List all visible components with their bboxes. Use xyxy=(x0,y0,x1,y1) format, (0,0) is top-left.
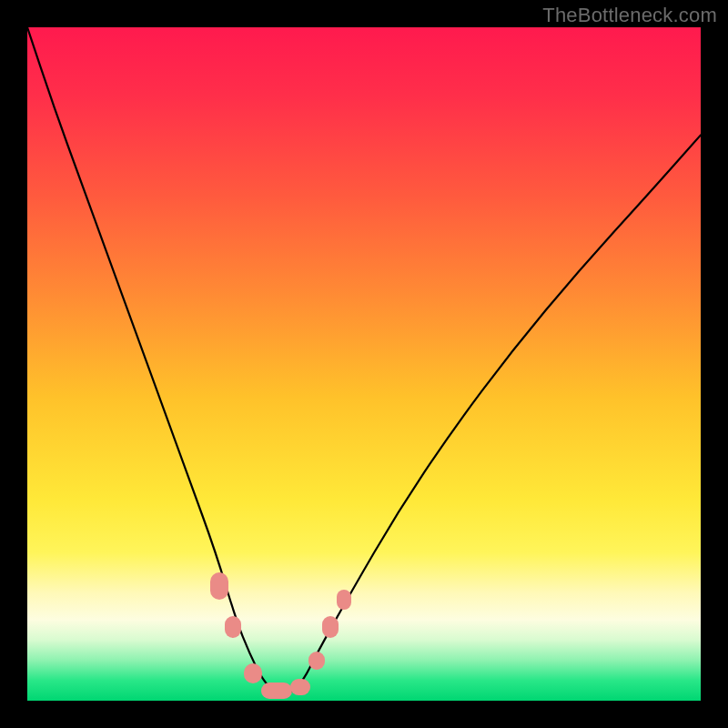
data-marker xyxy=(225,616,241,638)
data-marker xyxy=(308,652,325,670)
data-marker xyxy=(244,663,262,683)
bottleneck-curve xyxy=(27,27,701,694)
data-marker xyxy=(261,682,292,699)
data-marker xyxy=(337,590,351,610)
plot-area xyxy=(27,27,701,701)
chart-frame: TheBottleneck.com xyxy=(0,0,728,728)
watermark-text: TheBottleneck.com xyxy=(542,4,717,27)
data-marker xyxy=(210,572,228,600)
data-marker xyxy=(322,616,339,638)
data-marker xyxy=(290,679,310,695)
curve-layer xyxy=(27,27,701,701)
